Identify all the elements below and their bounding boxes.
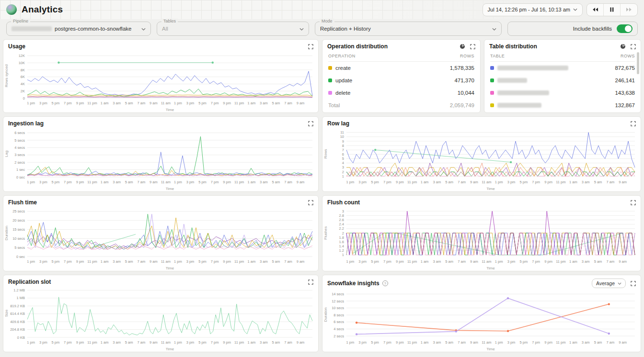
- svg-text:1 pm: 1 pm: [27, 340, 35, 345]
- svg-text:5 am: 5 am: [125, 340, 133, 345]
- date-range-picker[interactable]: Jul 14, 12:26 pm - Jul 16, 10:13 am: [483, 3, 583, 16]
- svg-text:6: 6: [342, 152, 344, 156]
- chevron-down-icon: [573, 8, 577, 11]
- redacted-table-name: [497, 90, 549, 95]
- panel-title: Usage: [8, 43, 25, 50]
- svg-text:7 pm: 7 pm: [211, 101, 219, 105]
- svg-text:614.4 KB: 614.4 KB: [10, 312, 25, 316]
- toggle-knob: [625, 25, 632, 32]
- svg-text:9: 9: [342, 139, 344, 144]
- include-backfills-toggle[interactable]: [617, 24, 632, 33]
- app-header: Analytics Jul 14, 12:26 pm - Jul 16, 10:…: [0, 0, 644, 19]
- svg-text:9 am: 9 am: [470, 259, 478, 264]
- svg-text:11 pm: 11 pm: [407, 180, 417, 184]
- expand-icon[interactable]: [308, 121, 313, 126]
- row-value: 471,370: [454, 78, 474, 83]
- pause-button[interactable]: [604, 4, 621, 16]
- svg-text:1 pm: 1 pm: [495, 180, 503, 184]
- svg-text:11 am: 11 am: [161, 101, 171, 105]
- tables-label: Tables: [161, 19, 178, 23]
- expand-icon[interactable]: [631, 281, 636, 286]
- pie-chart-icon[interactable]: [460, 44, 465, 49]
- svg-text:5 am: 5 am: [125, 180, 133, 184]
- svg-text:3 pm: 3 pm: [39, 180, 47, 184]
- svg-text:11 pm: 11 pm: [234, 101, 244, 105]
- svg-text:9 pm: 9 pm: [223, 340, 231, 345]
- svg-text:1 pm: 1 pm: [346, 259, 354, 264]
- svg-text:9 am: 9 am: [150, 259, 158, 264]
- svg-text:Time: Time: [166, 347, 174, 351]
- svg-text:1 am: 1 am: [421, 259, 429, 264]
- svg-text:7 am: 7 am: [284, 259, 292, 264]
- svg-text:0 sec: 0 sec: [16, 175, 25, 179]
- svg-text:4 secs: 4 secs: [334, 327, 344, 331]
- svg-text:7 pm: 7 pm: [532, 340, 540, 345]
- svg-text:2 secs: 2 secs: [14, 160, 25, 165]
- svg-text:Duration: Duration: [323, 307, 328, 322]
- svg-text:Time: Time: [486, 347, 495, 351]
- svg-text:1 pm: 1 pm: [27, 180, 35, 184]
- svg-text:1 am: 1 am: [247, 259, 255, 264]
- svg-text:7 pm: 7 pm: [64, 340, 72, 345]
- svg-text:1 pm: 1 pm: [174, 340, 182, 345]
- svg-text:11 pm: 11 pm: [87, 101, 97, 105]
- pipeline-select[interactable]: Pipeline postgres-common-to-snowflake: [6, 22, 151, 36]
- svg-text:3 pm: 3 pm: [358, 180, 367, 184]
- svg-text:3 am: 3 am: [260, 180, 268, 184]
- help-icon[interactable]: ?: [382, 280, 388, 286]
- ingestion-lag-panel: Ingestion lag 0 sec1 sec2 secs3 secs4 se…: [3, 116, 319, 192]
- svg-text:3 am: 3 am: [260, 259, 268, 264]
- svg-text:8: 8: [342, 144, 344, 148]
- expand-icon[interactable]: [308, 279, 313, 285]
- series-color-swatch: [490, 78, 494, 82]
- svg-text:3 pm: 3 pm: [39, 259, 47, 264]
- scrollbar-thumb[interactable]: [637, 52, 639, 74]
- expand-icon[interactable]: [631, 44, 636, 49]
- include-backfills-control: Include backfills: [507, 22, 638, 36]
- expand-icon[interactable]: [308, 200, 313, 205]
- svg-text:9 am: 9 am: [150, 101, 158, 105]
- mode-select[interactable]: Mode Replication + History: [315, 22, 502, 36]
- svg-text:3: 3: [342, 165, 344, 169]
- svg-text:Time: Time: [166, 266, 174, 270]
- aggregate-select[interactable]: Average: [592, 279, 626, 288]
- svg-text:11 pm: 11 pm: [556, 340, 565, 345]
- svg-text:3 am: 3 am: [582, 259, 590, 264]
- fast-forward-button[interactable]: [621, 4, 637, 16]
- rewind-button[interactable]: [587, 4, 604, 16]
- table-row: delete10,044: [328, 87, 474, 99]
- svg-text:5 am: 5 am: [272, 340, 280, 345]
- svg-text:9 am: 9 am: [150, 180, 158, 184]
- svg-text:3 am: 3 am: [260, 101, 268, 105]
- pie-chart-icon[interactable]: [620, 44, 626, 49]
- svg-text:Duration: Duration: [4, 226, 9, 240]
- svg-text:5 pm: 5 pm: [519, 340, 528, 345]
- svg-text:10K: 10K: [19, 61, 25, 65]
- table-distribution-table: TABLE ROWS 872,675246,141143,638132,8678…: [484, 50, 641, 112]
- svg-text:1 am: 1 am: [101, 180, 109, 184]
- expand-icon[interactable]: [631, 121, 636, 126]
- svg-text:7 am: 7 am: [137, 340, 145, 345]
- svg-text:8K: 8K: [21, 68, 25, 72]
- expand-icon[interactable]: [470, 44, 475, 49]
- svg-text:9 pm: 9 pm: [76, 259, 84, 264]
- expand-icon[interactable]: [631, 200, 636, 205]
- chevron-down-icon: [492, 28, 496, 31]
- app-title: Analytics: [22, 4, 63, 15]
- svg-text:9 pm: 9 pm: [396, 340, 404, 345]
- expand-icon[interactable]: [308, 44, 313, 49]
- svg-text:7 pm: 7 pm: [64, 259, 72, 264]
- svg-text:7 pm: 7 pm: [211, 180, 219, 184]
- svg-text:10 secs: 10 secs: [12, 236, 25, 241]
- svg-text:20 secs: 20 secs: [12, 218, 25, 223]
- svg-text:7: 7: [342, 148, 344, 152]
- svg-text:11 am: 11 am: [482, 259, 491, 264]
- tables-select[interactable]: Tables All: [157, 22, 309, 36]
- svg-text:3 pm: 3 pm: [358, 340, 367, 345]
- svg-text:7 am: 7 am: [458, 180, 466, 184]
- svg-text:12 secs: 12 secs: [332, 299, 344, 303]
- svg-text:3 am: 3 am: [582, 180, 590, 184]
- svg-text:1 pm: 1 pm: [174, 180, 182, 184]
- svg-text:11 am: 11 am: [161, 180, 171, 184]
- svg-text:11 pm: 11 pm: [234, 340, 244, 345]
